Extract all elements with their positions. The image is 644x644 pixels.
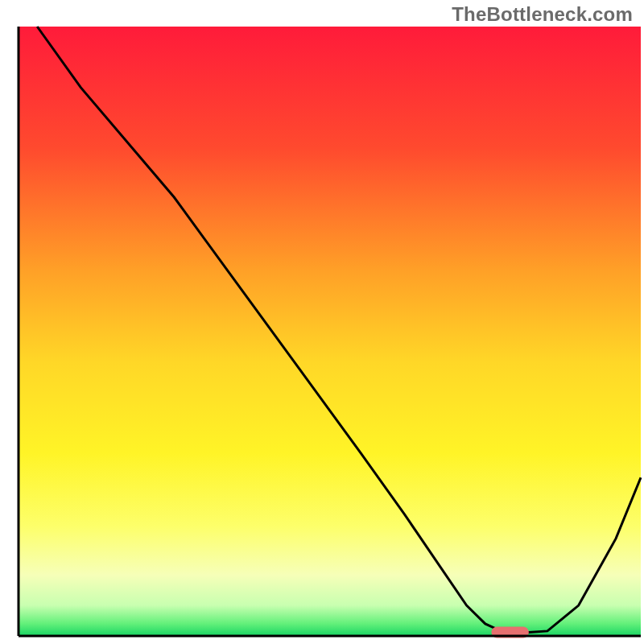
chart-container: TheBottleneck.com [0,0,644,644]
bottleneck-chart [0,0,644,644]
plot-background [19,27,641,636]
